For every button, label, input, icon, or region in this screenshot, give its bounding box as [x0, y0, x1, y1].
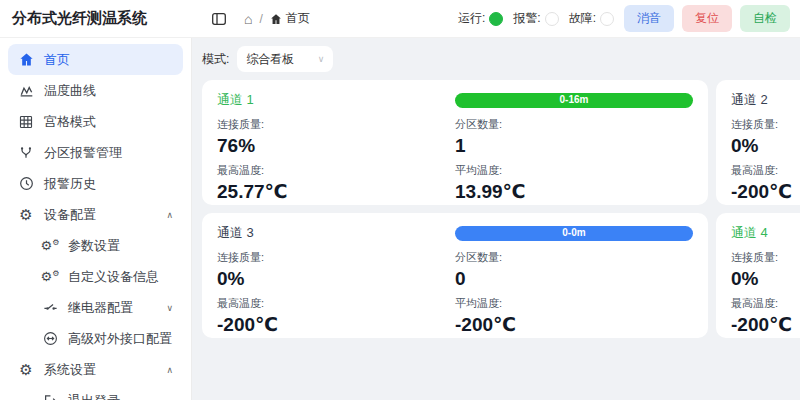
metric-value: -200℃ — [455, 313, 693, 337]
sidebar-item-首页[interactable]: 首页 — [8, 44, 183, 75]
metric-label: 分区数量: — [455, 117, 693, 132]
channel-card: 通道 2 连接质量: 0% 最高温度: -200℃ — [716, 80, 800, 205]
mute-button[interactable]: 消音 — [624, 5, 674, 32]
sidebar-item-宫格模式[interactable]: 宫格模式 — [8, 106, 183, 137]
sidebar-item-label: 高级对外接口配置 — [68, 330, 172, 348]
metric-field: 连接质量: 0% — [731, 117, 800, 158]
card-left-column: 连接质量: 0% 最高温度: -200℃ — [217, 250, 455, 342]
card-left-column: 连接质量: 0% 最高温度: -200℃ — [731, 250, 800, 342]
running-status-dot — [489, 12, 503, 26]
metric-value: 0% — [217, 267, 455, 291]
metric-label: 连接质量: — [217, 250, 455, 265]
grid-icon — [18, 115, 34, 129]
logout-icon — [42, 394, 58, 400]
mode-select-value: 综合看板 — [246, 51, 294, 68]
chevron-down-icon: ∨ — [318, 54, 325, 64]
sidebar-menu: 首页 温度曲线 宫格模式 分区报警管理 报警历史 ⚙ 设备配置 ∧ ⚙⚙ 参数设… — [8, 44, 183, 400]
metric-value: 0 — [455, 267, 693, 291]
main-content: 模式: 综合看板 ∨ 通道 1 0-16m 连接质量: 76% 最高温度: 25… — [192, 38, 800, 400]
cards-row-1: 通道 1 0-16m 连接质量: 76% 最高温度: 25.77℃ 分区数量: … — [202, 80, 800, 205]
status-alarm: 报警: — [513, 10, 558, 27]
gears-icon: ⚙⚙ — [42, 270, 58, 283]
self-test-button[interactable]: 自检 — [740, 5, 790, 32]
sidebar-item-label: 宫格模式 — [44, 113, 96, 131]
home-outline-icon[interactable]: ⌂ — [244, 12, 252, 26]
metric-value: 13.99℃ — [455, 180, 693, 204]
channel-range-badge: 0-0m — [455, 226, 693, 241]
channel-range-badge: 0-16m — [455, 93, 693, 108]
metric-label: 最高温度: — [217, 163, 455, 178]
interface-icon — [42, 331, 58, 346]
sidebar-item-label: 分区报警管理 — [44, 144, 122, 162]
metric-value: 25.77℃ — [217, 180, 455, 204]
breadcrumb: ⌂ / 首页 — [244, 10, 310, 27]
metric-label: 平均温度: — [455, 163, 693, 178]
curve-icon — [18, 83, 34, 98]
chevron-icon: ∧ — [166, 365, 173, 375]
status-running: 运行: — [458, 10, 503, 27]
metric-field: 平均温度: -200℃ — [455, 296, 693, 337]
sidebar-item-退出登录[interactable]: 退出登录 — [8, 385, 183, 400]
sidebar-item-设备配置[interactable]: ⚙ 设备配置 ∧ — [8, 199, 183, 230]
sidebar-item-label: 自定义设备信息 — [68, 268, 159, 286]
sidebar-item-分区报警管理[interactable]: 分区报警管理 — [8, 137, 183, 168]
channel-title: 通道 4 — [731, 224, 800, 242]
relay-icon — [42, 300, 58, 315]
metric-value: 76% — [217, 134, 455, 158]
metric-field: 连接质量: 0% — [731, 250, 800, 291]
card-left-column: 连接质量: 0% 最高温度: -200℃ — [731, 117, 800, 209]
metric-label: 最高温度: — [731, 163, 800, 178]
channel-title: 通道 3 — [217, 224, 455, 242]
sidebar-item-系统设置[interactable]: ⚙ 系统设置 ∧ — [8, 354, 183, 385]
sidebar-item-label: 首页 — [44, 51, 70, 69]
sidebar-item-报警历史[interactable]: 报警历史 — [8, 168, 183, 199]
channel-title: 通道 2 — [731, 91, 800, 109]
metric-value: -200℃ — [731, 313, 800, 337]
chevron-icon: ∧ — [166, 210, 173, 220]
sidebar-item-label: 参数设置 — [68, 237, 120, 255]
gears-icon: ⚙⚙ — [42, 239, 58, 252]
sidebar-collapse-icon[interactable] — [208, 8, 230, 30]
metric-label: 连接质量: — [217, 117, 455, 132]
mode-toolbar: 模式: 综合看板 ∨ — [202, 46, 800, 72]
history-icon — [18, 176, 34, 191]
branch-icon — [18, 146, 34, 160]
header-controls: 运行: 报警: 故障: 消音 复位 自检 — [458, 5, 800, 32]
sidebar-item-label: 继电器配置 — [68, 299, 133, 317]
alarm-status-dot — [545, 12, 559, 26]
card-left-column: 连接质量: 76% 最高温度: 25.77℃ — [217, 117, 455, 209]
home-icon — [270, 13, 282, 25]
mode-select[interactable]: 综合看板 ∨ — [237, 46, 333, 72]
sidebar-item-label: 温度曲线 — [44, 82, 96, 100]
sidebar-item-温度曲线[interactable]: 温度曲线 — [8, 75, 183, 106]
sidebar-item-参数设置[interactable]: ⚙⚙ 参数设置 — [8, 230, 183, 261]
metric-value: -200℃ — [217, 313, 455, 337]
metric-field: 平均温度: 13.99℃ — [455, 163, 693, 204]
sidebar-item-label: 报警历史 — [44, 175, 96, 193]
gear-icon: ⚙ — [18, 362, 34, 377]
mode-label: 模式: — [202, 51, 229, 68]
reset-button[interactable]: 复位 — [682, 5, 732, 32]
metric-field: 最高温度: -200℃ — [731, 163, 800, 204]
metric-label: 连接质量: — [731, 117, 800, 132]
channel-title: 通道 1 — [217, 91, 455, 109]
sidebar-item-高级对外接口配置[interactable]: 高级对外接口配置 — [8, 323, 183, 354]
metric-field: 最高温度: -200℃ — [217, 296, 455, 337]
metric-label: 最高温度: — [217, 296, 455, 311]
metric-field: 连接质量: 76% — [217, 117, 455, 158]
sidebar: 首页 温度曲线 宫格模式 分区报警管理 报警历史 ⚙ 设备配置 ∧ ⚙⚙ 参数设… — [0, 38, 192, 400]
chevron-icon: ∨ — [166, 303, 173, 313]
metric-field: 分区数量: 1 — [455, 117, 693, 158]
sidebar-item-继电器配置[interactable]: 继电器配置 ∨ — [8, 292, 183, 323]
card-right-column: 分区数量: 0 平均温度: -200℃ — [455, 250, 693, 342]
breadcrumb-separator: / — [259, 12, 262, 26]
gear-icon: ⚙ — [18, 207, 34, 222]
top-header: 分布式光纤测温系统 ⌂ / 首页 运行: 报警: 故障: 消音 复位 自检 — [0, 0, 800, 38]
cards-row-2: 通道 3 0-0m 连接质量: 0% 最高温度: -200℃ 分区数量: 0 平… — [202, 213, 800, 338]
metric-field: 连接质量: 0% — [217, 250, 455, 291]
sidebar-item-自定义设备信息[interactable]: ⚙⚙ 自定义设备信息 — [8, 261, 183, 292]
breadcrumb-current[interactable]: 首页 — [270, 10, 310, 27]
sidebar-item-label: 设备配置 — [44, 206, 96, 224]
sidebar-item-label: 系统设置 — [44, 361, 96, 379]
metric-field: 分区数量: 0 — [455, 250, 693, 291]
